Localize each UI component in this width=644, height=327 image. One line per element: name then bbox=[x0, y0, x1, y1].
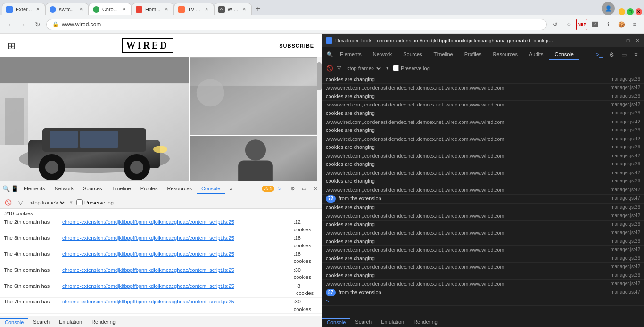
tab-close-5[interactable]: ✕ bbox=[203, 6, 210, 13]
right-source-23[interactable]: manager.js:26 bbox=[611, 272, 640, 278]
user-avatar[interactable]: 👤 bbox=[602, 2, 615, 15]
clear-console-icon[interactable]: 🚫 bbox=[4, 198, 12, 207]
right-source-badge-57[interactable]: manager.js:47 bbox=[611, 289, 640, 295]
right-bottom-tab-console[interactable]: Console bbox=[322, 318, 350, 326]
dock-right-icon[interactable]: ▭ bbox=[619, 50, 628, 59]
tab-3[interactable]: Chro... ✕ bbox=[89, 3, 132, 15]
main-tab-network[interactable]: Network bbox=[367, 49, 397, 60]
right-source-12[interactable]: manager.js:42 bbox=[611, 170, 640, 176]
console-link-1[interactable]: chrome-extension://omdjklfbppffbpnnikdjo… bbox=[62, 219, 234, 226]
right-frame-select[interactable]: <top frame> bbox=[345, 65, 382, 72]
right-source-badge-72[interactable]: manager.js:47 bbox=[611, 195, 640, 202]
right-source-8[interactable]: manager.js:42 bbox=[611, 136, 640, 142]
right-preserve-checkbox[interactable] bbox=[393, 65, 399, 71]
tab-network[interactable]: Network bbox=[50, 184, 78, 194]
bottom-tab-search[interactable]: Search bbox=[28, 318, 54, 326]
pocket-icon[interactable]: 🅿 bbox=[589, 19, 601, 30]
tab-close-2[interactable]: ✕ bbox=[78, 6, 84, 13]
adblock-icon[interactable]: ABP bbox=[576, 19, 587, 30]
inspect-element-icon[interactable]: 🔍 bbox=[2, 185, 10, 193]
menu-icon[interactable]: ≡ bbox=[629, 19, 640, 30]
bottom-tab-console[interactable]: Console bbox=[0, 318, 28, 326]
filter-icon[interactable]: ▽ bbox=[16, 198, 25, 207]
tab-6[interactable]: W W ... ✕ bbox=[214, 3, 252, 15]
maximize-button[interactable]: □ bbox=[627, 8, 634, 15]
refresh-button[interactable]: ↻ bbox=[32, 19, 43, 30]
right-source-3[interactable]: manager.js:26 bbox=[611, 93, 640, 99]
close-devtools-right-icon[interactable]: ✕ bbox=[632, 50, 640, 59]
tab-close-6[interactable]: ✕ bbox=[241, 6, 248, 13]
preserve-log-label[interactable]: Preserve log bbox=[76, 199, 114, 205]
right-source-20[interactable]: manager.js:42 bbox=[611, 246, 640, 253]
dock-icon[interactable]: ▭ bbox=[300, 185, 308, 193]
right-source-7[interactable]: manager.js:26 bbox=[611, 127, 640, 133]
right-preserve-label[interactable]: Preserve log bbox=[393, 65, 430, 71]
new-tab-button[interactable]: + bbox=[252, 3, 264, 15]
right-source-13[interactable]: manager.js:26 bbox=[611, 178, 640, 184]
right-source-10[interactable]: manager.js:42 bbox=[611, 153, 640, 159]
filter-right-icon[interactable]: ▽ bbox=[337, 65, 341, 71]
tab-1[interactable]: Exter... ✕ bbox=[2, 3, 45, 15]
console-link-6[interactable]: chrome-extension://omdjklfbppffbpnnikdjo… bbox=[62, 298, 234, 305]
right-bottom-tab-emulation[interactable]: Emulation bbox=[376, 318, 409, 326]
right-source-19[interactable]: manager.js:26 bbox=[611, 238, 640, 245]
minimize-right-button[interactable]: – bbox=[616, 38, 621, 43]
right-source-15[interactable]: manager.js:26 bbox=[611, 204, 640, 211]
right-source-18[interactable]: manager.js:42 bbox=[611, 229, 640, 236]
grid-icon[interactable]: ⊞ bbox=[8, 40, 16, 51]
subscribe-button[interactable]: SUBSCRIBE bbox=[279, 43, 314, 49]
tab-timeline[interactable]: Timeline bbox=[107, 184, 136, 194]
close-right-button[interactable]: ✕ bbox=[635, 38, 640, 43]
right-source-17[interactable]: manager.js:26 bbox=[611, 221, 640, 228]
restore-right-button[interactable]: □ bbox=[625, 38, 631, 43]
right-source-5[interactable]: manager.js:26 bbox=[611, 110, 640, 116]
search-devtools-icon[interactable]: 🔍 bbox=[326, 50, 334, 59]
tab-5[interactable]: TV ... ✕ bbox=[174, 3, 214, 15]
right-bottom-tab-rendering[interactable]: Rendering bbox=[409, 318, 442, 326]
console-link-3[interactable]: chrome-extension://omdjklfbppffbpnnikdjo… bbox=[62, 251, 234, 258]
console-link-2[interactable]: chrome-extension://omdjklfbppffbpnnikdjo… bbox=[62, 235, 234, 242]
tab-resources[interactable]: Resources bbox=[162, 184, 197, 194]
right-source-16[interactable]: manager.js:42 bbox=[611, 213, 640, 219]
console-link-5[interactable]: chrome-extension://omdjklfbppffbpnnikdjo… bbox=[62, 283, 234, 290]
settings-icon[interactable]: ⚙ bbox=[289, 185, 297, 193]
tab-2[interactable]: switc... ✕ bbox=[45, 3, 89, 15]
bottom-tab-emulation[interactable]: Emulation bbox=[54, 318, 87, 326]
tab-sources[interactable]: Sources bbox=[78, 184, 107, 194]
tab-4[interactable]: Hom... ✕ bbox=[132, 3, 174, 15]
tab-close-3[interactable]: ✕ bbox=[121, 6, 127, 13]
right-source-4[interactable]: manager.js:42 bbox=[611, 101, 640, 108]
console-link-4[interactable]: chrome-extension://omdjklfbppffbpnnikdjo… bbox=[62, 267, 234, 274]
tab-profiles[interactable]: Profiles bbox=[136, 184, 163, 194]
right-source-9[interactable]: manager.js:26 bbox=[611, 144, 640, 150]
tab-more[interactable]: » bbox=[225, 184, 237, 194]
main-tab-resources[interactable]: Resources bbox=[487, 49, 523, 60]
right-prompt-line[interactable]: > bbox=[322, 297, 644, 306]
terminal-icon[interactable]: >_ bbox=[277, 185, 286, 193]
right-source-21[interactable]: manager.js:26 bbox=[611, 255, 640, 262]
console-log-area[interactable]: :210 cookies The 2th domain has chrome-e… bbox=[0, 209, 322, 316]
console-link-7[interactable]: chrome-extension://omdjklfbppffbpnnikdjo… bbox=[111, 314, 283, 316]
minimize-button[interactable]: – bbox=[619, 8, 625, 15]
tab-close-1[interactable]: ✕ bbox=[34, 6, 41, 13]
close-devtools-icon[interactable]: ✕ bbox=[311, 185, 320, 193]
info-icon[interactable]: ℹ bbox=[603, 19, 614, 30]
right-source-1[interactable]: manager.js:26 bbox=[611, 76, 640, 82]
right-source-24[interactable]: manager.js:42 bbox=[611, 280, 640, 287]
main-tab-profiles[interactable]: Profiles bbox=[459, 49, 487, 60]
terminal-right-icon[interactable]: >_ bbox=[595, 50, 603, 59]
main-tab-audits[interactable]: Audits bbox=[523, 49, 549, 60]
main-tab-console[interactable]: Console bbox=[549, 49, 579, 60]
right-source-11[interactable]: manager.js:26 bbox=[611, 161, 640, 167]
star-icon[interactable]: ☆ bbox=[563, 19, 574, 30]
clear-right-icon[interactable]: 🚫 bbox=[326, 65, 333, 72]
extension-icon[interactable]: 🍪 bbox=[616, 19, 627, 30]
tab-console-bottom[interactable]: Console bbox=[197, 184, 225, 194]
forward-button[interactable]: › bbox=[18, 19, 29, 30]
refresh-icon[interactable]: ↺ bbox=[550, 19, 561, 30]
close-button[interactable]: ✕ bbox=[636, 8, 642, 15]
right-source-22[interactable]: manager.js:42 bbox=[611, 263, 640, 270]
scrollbar-thumb[interactable] bbox=[317, 62, 322, 90]
url-bar[interactable]: 🔒 www.wired.com bbox=[46, 19, 547, 30]
bottom-tab-rendering[interactable]: Rendering bbox=[87, 318, 120, 326]
